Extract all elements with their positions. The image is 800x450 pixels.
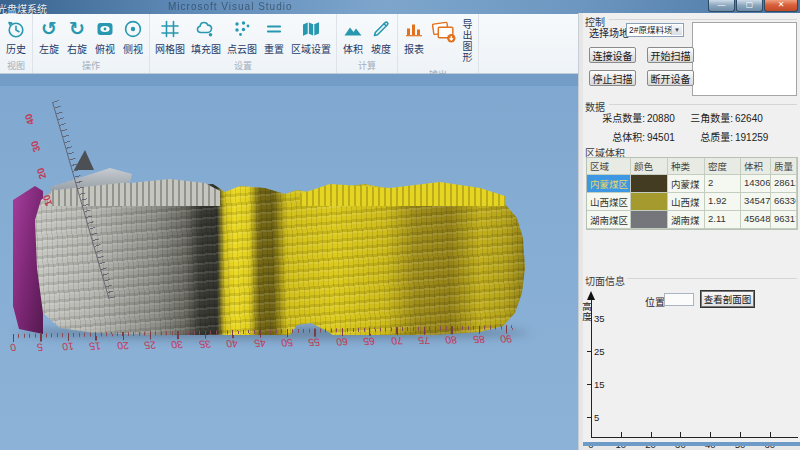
ribbon-report-button[interactable]: 报表 — [400, 16, 428, 58]
scan-log-listbox[interactable] — [692, 22, 797, 96]
ribbon-group-items: ↺左旋↻右旋俯视侧视 — [35, 16, 147, 58]
ribbon-region-map-button[interactable]: 区域设置 — [288, 16, 334, 58]
minimize-button[interactable]: — — [708, 0, 735, 12]
stat-item: 总质量:191259 — [683, 129, 787, 144]
stop-scan-button[interactable]: 停止扫描 — [589, 70, 636, 86]
x-tick-mark — [621, 432, 622, 437]
ribbon-group: ↺左旋↻右旋俯视侧视操作 — [33, 14, 150, 73]
ribbon-item-label: 填充图 — [191, 41, 221, 56]
background-window-title: Microsoft Visual Studio — [168, 1, 293, 12]
right-panel: 控制 选择场地: 2#原煤料场 ▼ 连接设备开始扫描停止扫描断开设备 数据 采点… — [583, 13, 800, 446]
export-icon — [430, 18, 457, 45]
color-swatch — [631, 211, 668, 229]
y-axis-arrow — [587, 291, 595, 300]
ribbon-group: 网格图填充图点云图重置区域设置设置 — [150, 14, 337, 73]
ribbon-reset-button[interactable]: 重置 — [260, 16, 288, 58]
x-tick-mark — [770, 432, 771, 437]
stat-label: 三角数量: — [683, 110, 733, 125]
ruler-number: 15 — [82, 340, 108, 352]
y-axis-label: 高度 — [581, 302, 593, 322]
ribbon-item-label: 报表 — [404, 41, 424, 56]
site-select-dropdown[interactable]: 2#原煤料场 ▼ — [626, 23, 684, 37]
density-cell: 1.92 — [705, 193, 741, 211]
ribbon-group-label: 设置 — [152, 58, 334, 74]
y-tick-label: 25 — [594, 346, 610, 357]
vertical-ruler-number: 20 — [35, 166, 48, 181]
color-swatch — [631, 175, 668, 193]
ruler-number: 85 — [466, 334, 492, 346]
fill-icon — [195, 18, 217, 40]
ribbon-item-label: 区域设置 — [291, 41, 331, 56]
ribbon-points-button[interactable]: 点云图 — [224, 16, 260, 58]
section-info-group-title: 切面信息 — [585, 273, 625, 288]
vertical-ruler-number: 30 — [29, 139, 42, 154]
close-button[interactable]: ✕ — [764, 0, 798, 12]
window-controls: — ▢ ✕ — [707, 0, 798, 12]
ribbon-item-label: 体积 — [343, 41, 363, 56]
volume-cell: 14306 — [741, 175, 771, 193]
ribbon-item-label: 坡度 — [371, 41, 391, 56]
y-tick-label: 5 — [594, 412, 610, 423]
ribbon-top-view-button[interactable]: 俯视 — [91, 16, 119, 58]
stat-value: 94501 — [645, 132, 675, 143]
coal-pile-top-yellow — [300, 182, 510, 206]
maximize-button[interactable]: ▢ — [736, 0, 763, 12]
divider — [609, 104, 797, 105]
column-header: 种类 — [668, 158, 705, 175]
disconnect-device-button[interactable]: 断开设备 — [647, 70, 694, 86]
ribbon-rotate-right-button[interactable]: ↻右旋 — [63, 16, 91, 58]
ribbon-history-button[interactable]: 历史 — [2, 16, 30, 58]
ruler-number: 60 — [329, 336, 355, 348]
scan-statistics: 采点数量:20880三角数量:62640总体积:94501总质量:191259 — [595, 110, 795, 144]
ruler-number: 70 — [384, 335, 410, 347]
mass-cell: 66330 — [771, 193, 797, 211]
ruler-number: 35 — [192, 338, 218, 350]
table-row[interactable]: 内蒙煤区内蒙煤21430628612 — [587, 175, 797, 193]
side-view-icon — [122, 18, 144, 40]
start-scan-button[interactable]: 开始扫描 — [647, 47, 694, 63]
window-bottom-edge — [583, 442, 800, 446]
table-row[interactable]: 湖南煤区湖南煤2.114564896317 — [587, 211, 797, 229]
ribbon-item-label: 点云图 — [227, 41, 257, 56]
ruler-number: 20 — [110, 340, 136, 352]
ribbon-side-view-button[interactable]: 侧视 — [119, 16, 147, 58]
y-tick-mark — [587, 417, 592, 418]
stat-value: 191259 — [733, 132, 768, 143]
column-header: 体积 — [741, 158, 771, 175]
viewport-3d-canvas[interactable]: 40302010 0510152025303540455055606570758… — [0, 74, 578, 450]
ribbon-grid-button[interactable]: 网格图 — [152, 16, 188, 58]
view-section-button[interactable]: 查看剖面图 — [701, 291, 754, 307]
table-row[interactable]: 山西煤区山西煤1.923454766330 — [587, 193, 797, 211]
x-tick-mark — [651, 432, 652, 437]
y-tick-label: 35 — [594, 313, 610, 324]
region-cell: 湖南煤区 — [587, 211, 631, 229]
mass-cell: 96317 — [771, 211, 797, 229]
ribbon-item-label: 右旋 — [67, 41, 87, 56]
title-bar: 光盘煤系统 Microsoft Visual Studio — ▢ ✕ — [0, 0, 800, 14]
ribbon-fill-button[interactable]: 填充图 — [188, 16, 224, 58]
column-header: 密度 — [705, 158, 741, 175]
report-icon — [403, 18, 425, 40]
ribbon-rotate-left-button[interactable]: ↺左旋 — [35, 16, 63, 58]
x-tick-mark — [680, 432, 681, 437]
ribbon-group-items: 网格图填充图点云图重置区域设置 — [152, 16, 334, 58]
ribbon-export-button[interactable]: 导出图形 — [428, 16, 476, 67]
color-swatch — [631, 193, 668, 211]
ribbon-group-items: 体积坡度 — [339, 16, 395, 58]
x-tick-mark — [591, 432, 592, 437]
position-label: 位置 — [645, 294, 665, 309]
volume-cell: 45648 — [741, 211, 771, 229]
ribbon-item-label: 网格图 — [155, 41, 185, 56]
position-input[interactable] — [664, 293, 694, 306]
stat-item: 总体积:94501 — [595, 129, 683, 144]
ribbon-slope-button[interactable]: 坡度 — [367, 16, 395, 58]
stat-label: 总体积: — [595, 129, 645, 144]
y-tick-mark — [587, 351, 592, 352]
coal-inventory-app: 光盘煤系统 Microsoft Visual Studio — ▢ ✕ 历史视图… — [0, 0, 800, 450]
ruler-number: 40 — [219, 338, 245, 350]
ribbon-item-label: 侧视 — [123, 41, 143, 56]
ribbon-toolbar: 历史视图↺左旋↻右旋俯视侧视操作网格图填充图点云图重置区域设置设置体积坡度计算报… — [0, 14, 578, 74]
connect-device-button[interactable]: 连接设备 — [589, 47, 636, 63]
ruler-number: 50 — [274, 337, 300, 349]
ribbon-volume-button[interactable]: 体积 — [339, 16, 367, 58]
